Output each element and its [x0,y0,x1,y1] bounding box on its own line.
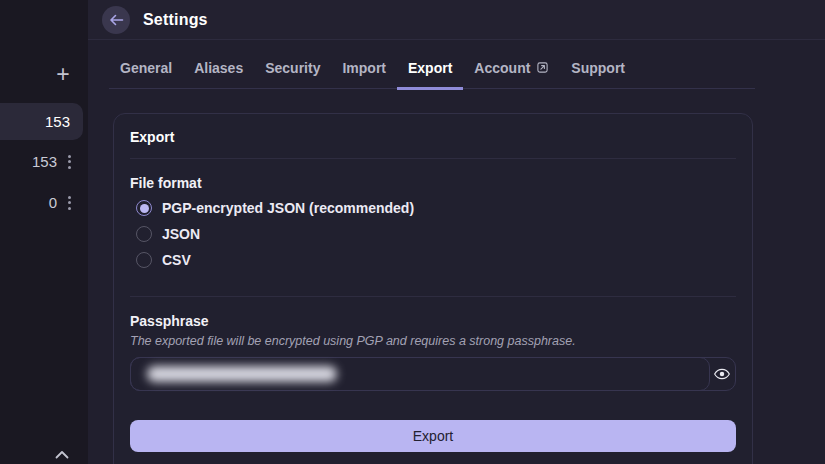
external-link-icon [536,61,549,74]
tab-support[interactable]: Support [560,60,636,90]
tab-security[interactable]: Security [254,60,331,90]
arrow-left-icon [109,14,124,26]
file-format-label: File format [130,175,736,191]
export-panel: Export File format PGP-encrypted JSON (r… [113,113,753,464]
divider [130,158,736,159]
export-button[interactable]: Export [130,420,736,452]
collapse-button[interactable] [53,447,71,461]
redacted-passphrase-value [147,366,337,382]
alias-sidebar: + 153 153 0 [0,0,88,464]
tab-import[interactable]: Import [331,60,397,90]
passphrase-help-text: The exported file will be encrypted usin… [130,334,736,348]
radio-option-pgp-json[interactable]: PGP-encrypted JSON (recommended) [130,200,736,216]
sidebar-item-selected[interactable]: 153 [0,103,83,140]
plus-icon: + [56,63,69,86]
radio-icon[interactable] [136,252,152,268]
alias-count: 0 [49,194,57,211]
file-format-options: PGP-encrypted JSON (recommended) JSON CS… [130,200,736,268]
settings-tabbar: General Aliases Security Import Export A… [109,60,755,89]
back-button[interactable] [102,6,130,34]
tab-general[interactable]: General [109,60,183,90]
settings-header: Settings [88,0,825,40]
kebab-menu-icon[interactable] [66,151,73,173]
sidebar-item[interactable]: 0 [0,184,88,221]
add-alias-button[interactable]: + [51,62,75,86]
tab-account[interactable]: Account [463,60,560,90]
eye-icon [714,368,730,380]
chevron-up-icon [55,450,69,459]
tab-export[interactable]: Export [397,60,463,90]
radio-icon[interactable] [136,226,152,242]
kebab-menu-icon[interactable] [66,192,73,214]
passphrase-label: Passphrase [130,313,736,329]
radio-selected-icon[interactable] [136,200,152,216]
alias-count: 153 [32,153,57,170]
alias-count: 153 [45,113,70,130]
radio-option-csv[interactable]: CSV [130,252,736,268]
passphrase-input[interactable] [130,357,710,391]
divider [130,296,736,297]
page-title: Settings [143,11,208,29]
passphrase-input-group [130,357,736,391]
tab-aliases[interactable]: Aliases [183,60,254,90]
toggle-visibility-button[interactable] [708,358,735,390]
settings-content: General Aliases Security Import Export A… [113,41,755,464]
radio-option-json[interactable]: JSON [130,226,736,242]
sidebar-item[interactable]: 153 [0,143,88,180]
panel-heading: Export [130,129,736,145]
